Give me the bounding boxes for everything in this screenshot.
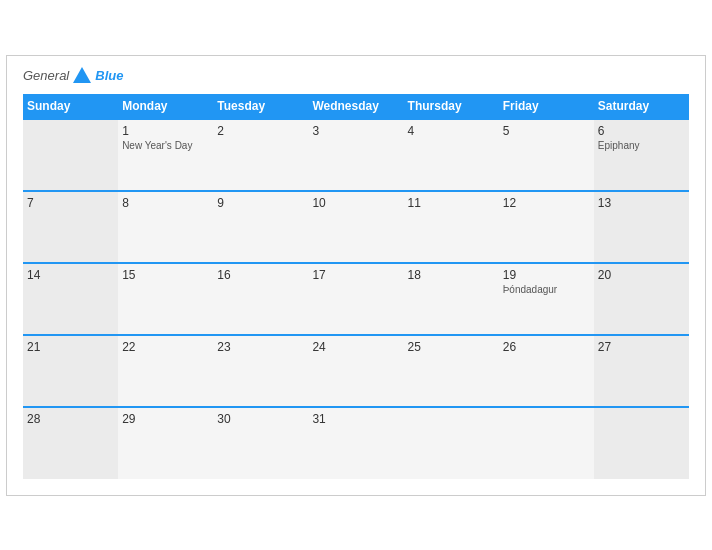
calendar-week-row: 1New Year's Day23456Epiphany (23, 119, 689, 191)
calendar-day-cell: 4 (404, 119, 499, 191)
day-number: 18 (408, 268, 495, 282)
weekday-header: Monday (118, 94, 213, 119)
calendar-day-cell: 28 (23, 407, 118, 479)
weekday-header: Tuesday (213, 94, 308, 119)
day-number: 15 (122, 268, 209, 282)
day-number: 30 (217, 412, 304, 426)
calendar-day-cell: 20 (594, 263, 689, 335)
day-number: 5 (503, 124, 590, 138)
calendar-header: General Blue (23, 66, 689, 86)
day-number: 11 (408, 196, 495, 210)
weekday-header: Wednesday (308, 94, 403, 119)
calendar-table: SundayMondayTuesdayWednesdayThursdayFrid… (23, 94, 689, 479)
day-number: 20 (598, 268, 685, 282)
calendar-header-row: SundayMondayTuesdayWednesdayThursdayFrid… (23, 94, 689, 119)
day-number: 26 (503, 340, 590, 354)
day-number: 1 (122, 124, 209, 138)
calendar-day-cell (23, 119, 118, 191)
calendar-day-cell: 1New Year's Day (118, 119, 213, 191)
calendar-day-cell: 25 (404, 335, 499, 407)
calendar-day-cell: 9 (213, 191, 308, 263)
day-number: 13 (598, 196, 685, 210)
calendar-week-row: 78910111213 (23, 191, 689, 263)
calendar-day-cell: 21 (23, 335, 118, 407)
day-number: 2 (217, 124, 304, 138)
day-number: 23 (217, 340, 304, 354)
calendar-day-cell: 6Epiphany (594, 119, 689, 191)
calendar-body: 1New Year's Day23456Epiphany789101112131… (23, 119, 689, 479)
calendar-day-cell: 16 (213, 263, 308, 335)
day-number: 19 (503, 268, 590, 282)
calendar-day-cell: 27 (594, 335, 689, 407)
calendar: General Blue SundayMondayTuesdayWednesda… (6, 55, 706, 496)
logo-flag-icon (72, 66, 92, 86)
day-number: 16 (217, 268, 304, 282)
day-number: 22 (122, 340, 209, 354)
calendar-day-cell: 17 (308, 263, 403, 335)
calendar-day-cell: 19Þóndadagur (499, 263, 594, 335)
day-number: 21 (27, 340, 114, 354)
holiday-name: New Year's Day (122, 140, 209, 151)
calendar-day-cell: 23 (213, 335, 308, 407)
day-number: 10 (312, 196, 399, 210)
calendar-day-cell: 10 (308, 191, 403, 263)
holiday-name: Epiphany (598, 140, 685, 151)
day-number: 4 (408, 124, 495, 138)
day-number: 29 (122, 412, 209, 426)
calendar-day-cell (594, 407, 689, 479)
day-number: 9 (217, 196, 304, 210)
svg-marker-0 (73, 67, 91, 83)
calendar-day-cell: 11 (404, 191, 499, 263)
weekday-header: Saturday (594, 94, 689, 119)
weekday-header: Friday (499, 94, 594, 119)
logo-general-text: General (23, 68, 69, 83)
calendar-day-cell: 14 (23, 263, 118, 335)
calendar-day-cell: 18 (404, 263, 499, 335)
calendar-day-cell: 5 (499, 119, 594, 191)
calendar-day-cell: 15 (118, 263, 213, 335)
calendar-day-cell: 7 (23, 191, 118, 263)
calendar-week-row: 21222324252627 (23, 335, 689, 407)
calendar-day-cell: 24 (308, 335, 403, 407)
calendar-week-row: 28293031 (23, 407, 689, 479)
day-number: 3 (312, 124, 399, 138)
calendar-day-cell (499, 407, 594, 479)
weekday-header: Sunday (23, 94, 118, 119)
day-number: 8 (122, 196, 209, 210)
calendar-day-cell: 13 (594, 191, 689, 263)
logo-blue-text: Blue (95, 68, 123, 83)
weekday-header: Thursday (404, 94, 499, 119)
calendar-day-cell: 3 (308, 119, 403, 191)
calendar-day-cell (404, 407, 499, 479)
calendar-day-cell: 29 (118, 407, 213, 479)
day-number: 31 (312, 412, 399, 426)
calendar-day-cell: 2 (213, 119, 308, 191)
day-number: 27 (598, 340, 685, 354)
calendar-day-cell: 30 (213, 407, 308, 479)
logo: General Blue (23, 66, 123, 86)
calendar-day-cell: 22 (118, 335, 213, 407)
calendar-day-cell: 26 (499, 335, 594, 407)
day-number: 17 (312, 268, 399, 282)
calendar-day-cell: 12 (499, 191, 594, 263)
day-number: 14 (27, 268, 114, 282)
day-number: 25 (408, 340, 495, 354)
day-number: 24 (312, 340, 399, 354)
day-number: 6 (598, 124, 685, 138)
calendar-week-row: 141516171819Þóndadagur20 (23, 263, 689, 335)
day-number: 12 (503, 196, 590, 210)
day-number: 7 (27, 196, 114, 210)
calendar-day-cell: 31 (308, 407, 403, 479)
holiday-name: Þóndadagur (503, 284, 590, 295)
calendar-day-cell: 8 (118, 191, 213, 263)
day-number: 28 (27, 412, 114, 426)
